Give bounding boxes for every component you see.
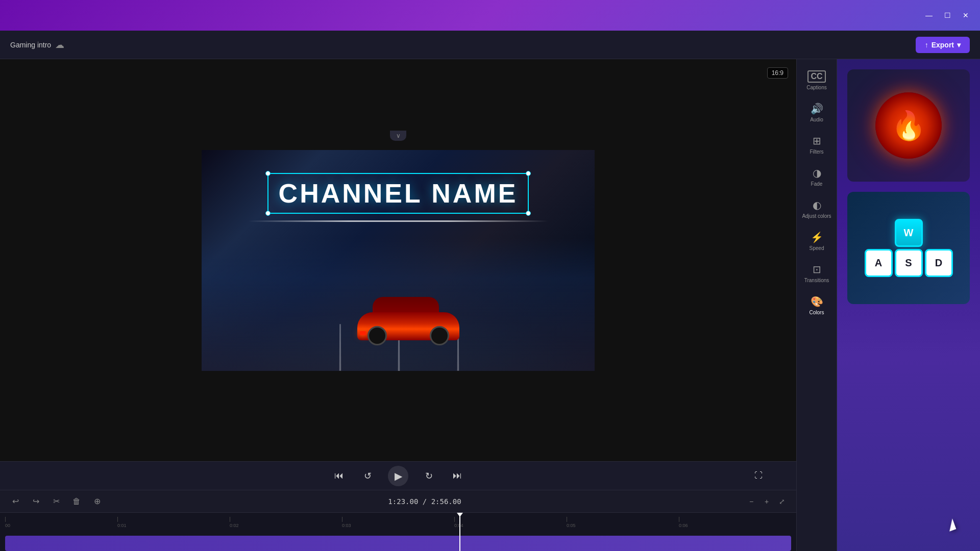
text-selection-box[interactable]: CHANNEL NAME xyxy=(267,173,529,214)
fade-label: Fade xyxy=(811,181,823,187)
tool-colors[interactable]: 🎨 Colors xyxy=(798,290,835,320)
play-button[interactable]: ▶ xyxy=(388,466,408,486)
key-w[interactable]: W xyxy=(895,219,923,247)
ruler-label-04: 0:04 xyxy=(454,523,463,528)
add-button[interactable]: ⊕ xyxy=(90,494,104,509)
project-title-text: Gaming intro xyxy=(10,41,51,49)
cut-button[interactable]: ✂ xyxy=(49,494,63,509)
export-button[interactable]: ↑ Export ▾ xyxy=(916,37,970,53)
skip-back-button[interactable]: ⏮ xyxy=(331,468,347,484)
collapse-button[interactable]: ∨ xyxy=(390,131,406,141)
title-bar: — ☐ ✕ xyxy=(0,0,980,31)
tool-adjust-colors[interactable]: ◐ Adjust colors xyxy=(798,194,835,224)
aspect-ratio-badge: 16:9 xyxy=(767,67,788,79)
forward-button[interactable]: ↻ xyxy=(421,468,437,484)
colors-label: Colors xyxy=(810,310,824,315)
handle-bottom-left[interactable] xyxy=(265,211,271,216)
video-frame[interactable]: CHANNEL NAME xyxy=(202,150,595,371)
asset-card-fire-logo[interactable]: 🔥 xyxy=(847,69,970,182)
fit-all-button[interactable]: ⤢ xyxy=(776,495,788,508)
wasd-top-row: W xyxy=(895,219,923,247)
ruler-label-00: 00 xyxy=(5,523,10,528)
key-a[interactable]: A xyxy=(865,249,893,277)
cloud-icon: ☁ xyxy=(55,39,64,51)
expand-button[interactable]: ⛶ xyxy=(751,468,766,483)
tool-speed[interactable]: ⚡ Speed xyxy=(798,226,835,256)
car-wheel-left xyxy=(368,326,387,345)
handle-top-right[interactable] xyxy=(526,171,531,176)
handle-top-left[interactable] xyxy=(265,171,271,176)
tool-fade[interactable]: ◑ Fade xyxy=(798,162,835,192)
colors-icon: 🎨 xyxy=(811,295,823,308)
car-silhouette xyxy=(357,289,459,340)
captions-icon: CC xyxy=(807,70,825,83)
undo-button[interactable]: ↩ xyxy=(8,494,22,509)
asset-card-wasd[interactable]: W A S D xyxy=(847,192,970,304)
fire-logo: 🔥 xyxy=(875,92,942,159)
rewind-button[interactable]: ↺ xyxy=(359,468,376,484)
audio-icon: 🔊 xyxy=(811,103,823,115)
ruler-line-04 xyxy=(454,517,455,522)
tool-filters[interactable]: ⊞ Filters xyxy=(798,130,835,160)
road-line-1 xyxy=(339,324,340,371)
zoom-in-button[interactable]: + xyxy=(761,495,773,508)
export-dropdown-icon: ▾ xyxy=(957,41,961,49)
editor-area: 16:9 xyxy=(0,59,796,551)
main-content: 16:9 xyxy=(0,59,980,551)
channel-name-text[interactable]: CHANNEL NAME xyxy=(279,178,518,209)
wasd-container: W A S D xyxy=(865,219,953,277)
ruler-label-01: 0:01 xyxy=(117,523,127,528)
ruler-mark-04: 0:04 xyxy=(454,517,567,528)
ruler-marks: 00 0:01 0:02 0:03 xyxy=(0,517,796,528)
tools-sidebar: CC Captions 🔊 Audio ⊞ Filters ◑ Fade ◐ A… xyxy=(796,59,837,551)
text-overlay[interactable]: CHANNEL NAME xyxy=(202,173,595,214)
export-label: Export xyxy=(932,41,954,49)
filters-icon: ⊞ xyxy=(813,135,821,147)
ruler-mark-00: 00 xyxy=(5,517,117,528)
handle-bottom-right[interactable] xyxy=(526,211,531,216)
text-underline-decoration xyxy=(248,220,549,222)
ruler-line-01 xyxy=(117,517,118,522)
zoom-controls: − + ⤢ xyxy=(745,495,788,508)
delete-button[interactable]: 🗑 xyxy=(69,494,84,509)
title-bar-controls: — ☐ ✕ xyxy=(923,9,972,21)
time-display: 1:23.00 / 2:56.00 xyxy=(388,497,461,506)
audio-label: Audio xyxy=(810,117,823,122)
assets-panel: 🔥 W A S D xyxy=(837,59,980,551)
header-bar: Gaming intro ☁ ↑ Export ▾ xyxy=(0,31,980,59)
ruler-mark-01: 0:01 xyxy=(117,517,230,528)
project-title-area: Gaming intro ☁ xyxy=(10,39,64,51)
key-d[interactable]: D xyxy=(925,249,953,277)
tool-transitions[interactable]: ⊡ Transitions xyxy=(798,258,835,288)
speed-icon: ⚡ xyxy=(811,231,823,243)
ruler-mark-02: 0:02 xyxy=(230,517,342,528)
ruler-label-03: 0:03 xyxy=(342,523,351,528)
captions-label: Captions xyxy=(806,85,826,90)
fire-logo-icon: 🔥 xyxy=(891,109,926,142)
minimize-button[interactable]: — xyxy=(923,9,935,21)
tool-audio[interactable]: 🔊 Audio xyxy=(798,97,835,128)
ruler-mark-05: 0:05 xyxy=(567,517,679,528)
playback-controls: ⏮ ↺ ▶ ↻ ⏭ ⛶ xyxy=(0,461,796,490)
zoom-out-button[interactable]: − xyxy=(745,495,757,508)
adjust-colors-icon: ◐ xyxy=(813,199,821,211)
tool-captions[interactable]: CC Captions xyxy=(798,65,835,95)
playhead[interactable] xyxy=(459,513,460,551)
adjust-colors-label: Adjust colors xyxy=(802,213,831,219)
maximize-button[interactable]: ☐ xyxy=(941,9,953,21)
ruler-label-06: 0:06 xyxy=(679,523,688,528)
skip-forward-button[interactable]: ⏭ xyxy=(449,468,465,484)
key-s[interactable]: S xyxy=(895,249,923,277)
ruler-mark-03: 0:03 xyxy=(342,517,454,528)
timeline-track[interactable] xyxy=(5,536,791,551)
playhead-triangle xyxy=(457,513,463,517)
cursor-icon xyxy=(946,518,957,531)
video-preview-container[interactable]: 16:9 xyxy=(0,59,796,461)
redo-button[interactable]: ↪ xyxy=(29,494,43,509)
filters-label: Filters xyxy=(810,149,823,155)
ruler-label-02: 0:02 xyxy=(230,523,239,528)
app-container: Gaming intro ☁ ↑ Export ▾ 16:9 xyxy=(0,31,980,551)
close-button[interactable]: ✕ xyxy=(960,9,972,21)
tail-light xyxy=(360,331,366,335)
fade-icon: ◑ xyxy=(813,167,821,179)
